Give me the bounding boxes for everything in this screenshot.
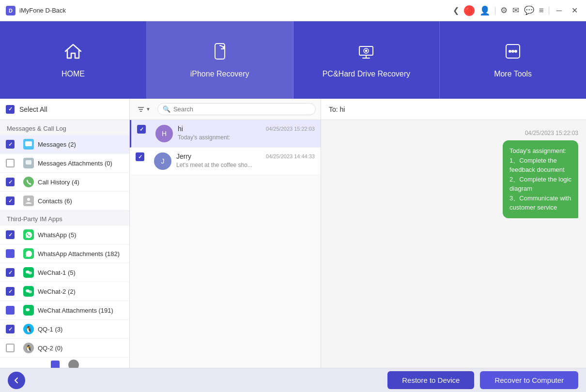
whatsapp-attach-checkbox[interactable]: [6, 249, 15, 258]
msg-jerry-time: 04/25/2023 14:44:33: [266, 153, 315, 159]
filter-icon-chevron: ▼: [146, 106, 151, 112]
qq-2-checkbox[interactable]: [6, 344, 15, 352]
svg-point-6: [512, 50, 514, 52]
avatar-icon[interactable]: 👤: [479, 5, 490, 16]
titlebar-icons: ❮ 🔴 👤 ⚙ ✉ 💬 ≡ ─ ✕: [453, 5, 580, 16]
nav-bar: HOME iPhone Recovery PC&Hard Drive Recov…: [0, 21, 586, 99]
wechat-1-label: WeChat-1 (5): [38, 269, 76, 276]
restore-to-device-button[interactable]: Restore to Device: [387, 371, 474, 389]
msg-jerry-checkbox[interactable]: [136, 152, 144, 161]
nav-home-label: HOME: [62, 70, 85, 78]
home-icon: [63, 42, 83, 65]
sidebar-item-messages-attach[interactable]: Messages Attachments (0): [0, 154, 129, 173]
msg-hi-avatar-letter: H: [162, 130, 167, 137]
nav-item-more-tools[interactable]: More Tools: [440, 21, 586, 99]
notification-icon[interactable]: 🔴: [464, 5, 475, 16]
msg-jerry-preview: Let's meet at the coffee sho...: [176, 162, 315, 168]
msg-hi-header: hi 04/25/2023 15:22:03: [178, 125, 315, 133]
msg-hi-preview: Today's assignment:: [178, 134, 315, 141]
wechat-attach-icon: [23, 305, 34, 316]
sidebar-item-whatsapp[interactable]: WhatsApp (5): [0, 226, 129, 244]
menu-icon[interactable]: ≡: [539, 6, 544, 15]
sidebar-item-contacts[interactable]: Contacts (6): [0, 192, 129, 211]
msg-jerry-header: Jerry 04/25/2023 14:44:33: [176, 152, 315, 160]
whatsapp-checkbox[interactable]: [6, 230, 15, 239]
whatsapp-attach-label: WhatsApp Attachments (182): [38, 250, 120, 257]
whatsapp-attach-icon: [23, 248, 34, 259]
chat-header: To: hi: [321, 99, 586, 120]
msg-jerry-content: Jerry 04/25/2023 14:44:33 Let's meet at …: [176, 152, 315, 168]
search-box[interactable]: 🔍: [157, 103, 316, 115]
search-input[interactable]: [173, 106, 310, 113]
back-button[interactable]: [8, 372, 25, 389]
bottom-bar: Restore to Device Recover to Computer: [0, 368, 586, 392]
msg-hi-avatar: H: [155, 125, 173, 142]
nav-item-iphone-recovery[interactable]: iPhone Recovery: [147, 21, 293, 99]
wechat-1-checkbox[interactable]: [6, 268, 15, 277]
svg-rect-9: [26, 160, 31, 165]
wechat-attach-label: WeChat Attachments (191): [38, 307, 113, 314]
svg-point-5: [509, 50, 511, 52]
sidebar-scroll: Messages & Call Log Messages (2) Message…: [0, 120, 129, 368]
qq-2-icon: 🐧: [23, 343, 34, 353]
nav-item-home[interactable]: HOME: [0, 21, 147, 99]
sidebar-item-whatsapp-attach[interactable]: WhatsApp Attachments (182): [0, 244, 129, 263]
mid-toolbar: ▼ 🔍: [130, 99, 321, 120]
sidebar-item-wechat-2[interactable]: WeChat-2 (2): [0, 282, 129, 301]
qq-1-icon: 🐧: [23, 324, 34, 334]
filter-button[interactable]: ▼: [135, 104, 154, 115]
msg-hi-checkbox[interactable]: [137, 125, 146, 134]
minimize-button[interactable]: ─: [554, 5, 564, 16]
app-logo: D: [6, 6, 15, 15]
message-item-hi[interactable]: H hi 04/25/2023 15:22:03 Today's assignm…: [130, 120, 321, 148]
messages-label: Messages (2): [38, 141, 76, 148]
messages-attach-icon: [23, 158, 34, 168]
call-history-checkbox[interactable]: [6, 178, 15, 186]
messages-checkbox[interactable]: [6, 140, 15, 149]
select-all-bar: Select All: [0, 99, 129, 120]
chat-icon[interactable]: 💬: [524, 5, 534, 15]
qq-1-icon-text: 🐧: [25, 326, 32, 333]
messages-attach-checkbox[interactable]: [6, 159, 15, 167]
iphone-recovery-icon: [210, 42, 230, 65]
share-icon[interactable]: ❮: [453, 6, 459, 15]
main-content: Select All Messages & Call Log Messages …: [0, 99, 586, 368]
sidebar-item-more[interactable]: [0, 358, 129, 368]
chat-content: 04/25/2023 15:22:03 Today's assignment: …: [321, 120, 586, 368]
divider2: [549, 7, 549, 15]
nav-more-tools-label: More Tools: [494, 70, 532, 78]
sidebar-item-qq-2[interactable]: 🐧 QQ-2 (0): [0, 339, 129, 358]
sidebar-item-qq-1[interactable]: 🐧 QQ-1 (3): [0, 320, 129, 339]
msg-jerry-avatar: J: [154, 152, 171, 170]
settings-icon[interactable]: ⚙: [500, 5, 508, 15]
msg-hi-content: hi 04/25/2023 15:22:03 Today's assignmen…: [178, 125, 315, 141]
wechat-1-icon: [23, 267, 34, 278]
sidebar-item-messages[interactable]: Messages (2): [0, 135, 129, 154]
sidebar-item-wechat-attach[interactable]: WeChat Attachments (191): [0, 301, 129, 320]
svg-point-15: [26, 308, 30, 311]
contacts-checkbox[interactable]: [6, 196, 15, 205]
qq-1-checkbox[interactable]: [6, 325, 15, 333]
chat-bubble-sent: Today's assignment: 1、Complete the feedb…: [503, 140, 578, 218]
more-icon: [68, 360, 79, 368]
wechat-2-checkbox[interactable]: [6, 287, 15, 296]
qq-2-label: QQ-2 (0): [38, 345, 62, 352]
close-button[interactable]: ✕: [569, 5, 580, 16]
nav-item-pc-recovery[interactable]: PC&Hard Drive Recovery: [293, 21, 440, 99]
msg-hi-time: 04/25/2023 15:22:03: [266, 126, 315, 132]
wechat-attach-checkbox[interactable]: [6, 306, 15, 315]
sidebar-item-wechat-1[interactable]: WeChat-1 (5): [0, 263, 129, 282]
svg-point-10: [27, 198, 30, 201]
select-all-checkbox[interactable]: [6, 105, 15, 114]
mail-icon[interactable]: ✉: [512, 5, 519, 15]
svg-point-14: [28, 290, 32, 293]
more-checkbox[interactable]: [51, 361, 60, 368]
messages-icon: [23, 139, 34, 150]
msg-hi-name: hi: [178, 125, 183, 133]
recover-to-computer-button[interactable]: Recover to Computer: [480, 371, 578, 389]
sidebar-item-call-history[interactable]: Call History (4): [0, 173, 129, 192]
message-item-jerry[interactable]: J Jerry 04/25/2023 14:44:33 Let's meet a…: [130, 148, 321, 175]
call-history-icon: [23, 177, 34, 187]
svg-point-3: [366, 50, 367, 52]
whatsapp-label: WhatsApp (5): [38, 231, 76, 239]
